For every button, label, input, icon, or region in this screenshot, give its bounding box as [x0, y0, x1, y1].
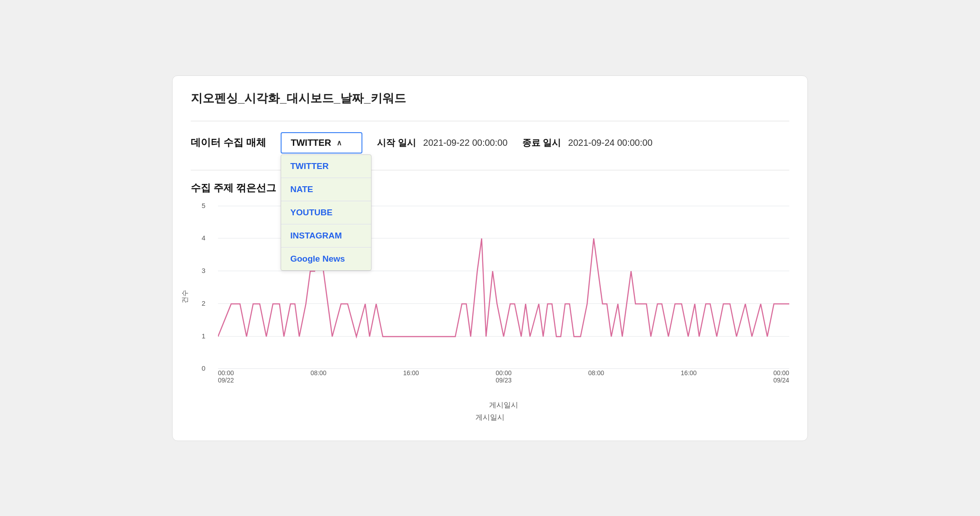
end-label: 종료 일시	[522, 137, 561, 149]
dropdown-item-googlenews[interactable]: Google News	[281, 248, 371, 270]
x-tick-1600-1: 16:00	[403, 369, 419, 384]
dropdown-item-twitter[interactable]: TWITTER	[281, 155, 371, 178]
dropdown-selected-value: TWITTER	[291, 138, 331, 148]
x-tick-0924: 00:00 09/24	[773, 369, 789, 384]
y-tick-4: 4	[202, 234, 205, 242]
y-axis-label: 건수	[181, 290, 189, 303]
dropdown-item-instagram[interactable]: INSTAGRAM	[281, 224, 371, 248]
x-tick-time-4: 08:00	[588, 369, 604, 377]
divider-top	[191, 121, 789, 121]
media-dropdown-button[interactable]: TWITTER ∧	[281, 132, 362, 154]
x-tick-date-3: 09/23	[495, 377, 511, 384]
x-tick-time-0: 00:00	[218, 369, 234, 377]
dropdown-item-youtube[interactable]: YOUTUBE	[281, 201, 371, 224]
y-tick-3: 3	[202, 267, 205, 274]
y-tick-0: 0	[202, 364, 205, 372]
end-value: 2021-09-24 00:00:00	[568, 138, 653, 148]
dashboard-card: 지오펜싱_시각화_대시보드_날짜_키워드 데이터 수집 매체 TWITTER ∧…	[172, 75, 808, 441]
x-ticks: 00:00 09/22 08:00 16:00 00:00 09/23 08:0	[218, 369, 789, 384]
dropdown-item-nate[interactable]: NATE	[281, 178, 371, 201]
x-axis-bottom-label: 게시일시	[191, 413, 789, 422]
end-date-group: 종료 일시 2021-09-24 00:00:00	[522, 137, 653, 149]
filter-row: 데이터 수집 매체 TWITTER ∧ TWITTER NATE YOUTUBE…	[191, 132, 789, 154]
dropdown-wrapper: TWITTER ∧ TWITTER NATE YOUTUBE INSTAGRAM…	[281, 132, 362, 154]
x-tick-time-2: 16:00	[403, 369, 419, 377]
start-label: 시작 일시	[377, 137, 416, 149]
x-tick-time-6: 00:00	[773, 369, 789, 377]
x-tick-0800-1: 08:00	[311, 369, 327, 384]
x-tick-time-1: 08:00	[311, 369, 327, 377]
y-tick-2: 2	[202, 299, 205, 307]
y-tick-5: 5	[202, 202, 205, 209]
section-title: 수집 주제 꺾은선그	[191, 181, 276, 195]
page-title: 지오펜싱_시각화_대시보드_날짜_키워드	[191, 90, 789, 106]
x-tick-0800-2: 08:00	[588, 369, 604, 384]
x-tick-0922: 00:00 09/22	[218, 369, 234, 384]
start-value: 2021-09-22 00:00:00	[423, 138, 508, 148]
x-tick-time-5: 16:00	[681, 369, 697, 377]
x-axis: 00:00 09/22 08:00 16:00 00:00 09/23 08:0	[218, 369, 789, 387]
x-tick-date-6: 09/24	[773, 377, 789, 384]
x-tick-time-3: 00:00	[495, 369, 511, 377]
filter-label: 데이터 수집 매체	[191, 136, 266, 149]
chevron-up-icon: ∧	[337, 139, 342, 147]
y-tick-1: 1	[202, 332, 205, 340]
x-tick-1600-2: 16:00	[681, 369, 697, 384]
x-axis-label: 게시일시	[489, 401, 518, 410]
x-tick-date-0: 09/22	[218, 377, 234, 384]
dropdown-menu: TWITTER NATE YOUTUBE INSTAGRAM Google Ne…	[281, 154, 371, 271]
start-date-group: 시작 일시 2021-09-22 00:00:00	[377, 137, 507, 149]
x-tick-0923: 00:00 09/23	[495, 369, 511, 384]
